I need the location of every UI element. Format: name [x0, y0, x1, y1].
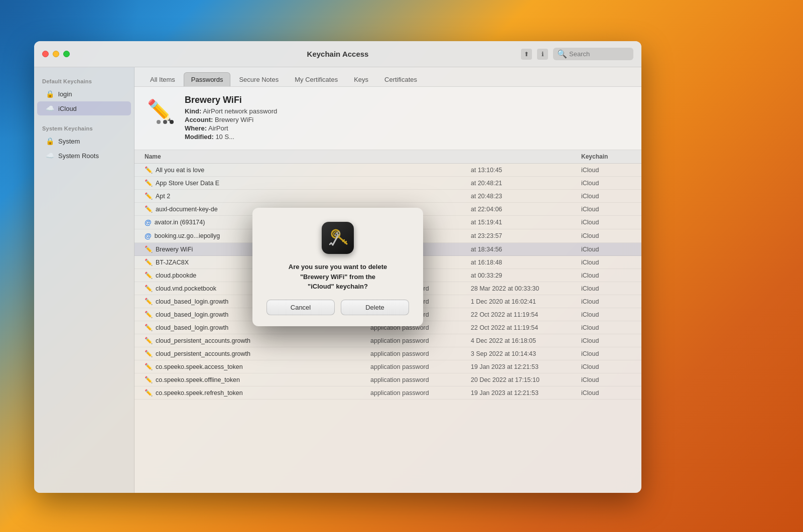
cancel-button[interactable]: Cancel: [266, 300, 335, 315]
svg-line-7: [330, 243, 331, 244]
keychain-access-window: Keychain Access ⬆ ℹ 🔍 Default Keychains …: [34, 41, 641, 493]
delete-button[interactable]: Delete: [341, 300, 409, 315]
dialog-overlay: Are you sure you want to delete "Brewery…: [34, 41, 641, 493]
dialog-buttons: Cancel Delete: [266, 300, 409, 315]
dialog-message: Are you sure you want to delete "Brewery…: [289, 262, 387, 292]
keys-icon: [326, 226, 350, 250]
dialog-message-line3: "iCloud" keychain?: [308, 283, 368, 290]
delete-confirmation-dialog: Are you sure you want to delete "Brewery…: [252, 208, 423, 326]
dialog-message-line2: "Brewery WiFi" from the: [300, 273, 375, 281]
dialog-icon: [322, 222, 354, 254]
dialog-message-line1: Are you sure you want to delete: [289, 263, 387, 271]
